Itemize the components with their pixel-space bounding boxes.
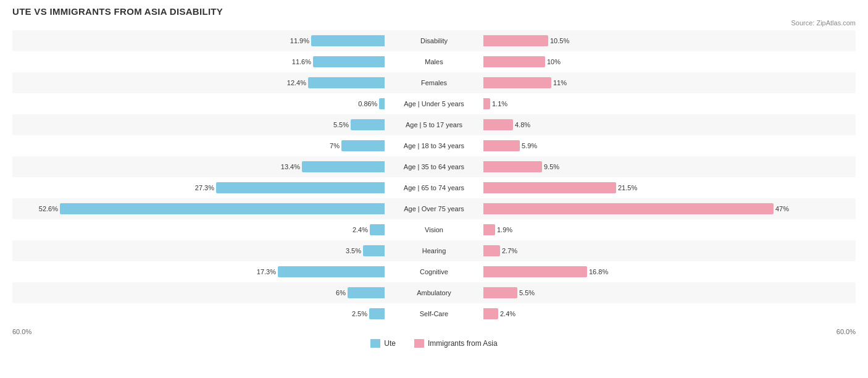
chart-row: 52.6%47%Age | Over 75 years bbox=[12, 198, 856, 219]
bar-immigrants bbox=[483, 224, 495, 235]
val-left: 12.4% bbox=[287, 79, 306, 86]
val-left: 3.5% bbox=[346, 247, 361, 254]
bar-immigrants bbox=[483, 140, 520, 151]
row-label: Hearing bbox=[385, 247, 483, 254]
val-right: 5.9% bbox=[522, 142, 537, 149]
x-axis-right: 60.0% bbox=[837, 328, 856, 335]
val-right: 4.8% bbox=[515, 121, 530, 128]
row-label: Age | Under 5 years bbox=[385, 100, 483, 107]
bar-immigrants bbox=[483, 287, 517, 298]
row-label: Age | 5 to 17 years bbox=[385, 121, 483, 128]
chart-row: 2.5%2.4%Self-Care bbox=[12, 303, 856, 324]
row-label: Males bbox=[385, 58, 483, 65]
row-label: Vision bbox=[385, 226, 483, 233]
bar-ute bbox=[379, 98, 385, 109]
bar-immigrants bbox=[483, 119, 513, 130]
val-right: 2.4% bbox=[500, 310, 515, 317]
x-axis: 60.0% 60.0% bbox=[12, 327, 856, 337]
val-right: 10.5% bbox=[550, 37, 569, 44]
bar-ute bbox=[302, 161, 385, 172]
chart-title: UTE VS IMMIGRANTS FROM ASIA DISABILITY bbox=[12, 6, 856, 17]
val-left: 27.3% bbox=[195, 184, 214, 191]
val-left: 13.4% bbox=[281, 163, 300, 170]
row-label: Age | Over 75 years bbox=[385, 205, 483, 212]
chart-row: 11.6%10%Males bbox=[12, 51, 856, 72]
val-right: 2.7% bbox=[502, 247, 517, 254]
immigrants-color-box bbox=[414, 339, 424, 348]
chart-container: UTE VS IMMIGRANTS FROM ASIA DISABILITY S… bbox=[12, 6, 856, 348]
chart-row: 5.5%4.8%Age | 5 to 17 years bbox=[12, 114, 856, 135]
chart-row: 6%5.5%Ambulatory bbox=[12, 282, 856, 303]
chart-row: 7%5.9%Age | 18 to 34 years bbox=[12, 135, 856, 156]
val-right: 16.8% bbox=[589, 268, 608, 275]
bar-immigrants bbox=[483, 182, 616, 193]
row-label: Ambulatory bbox=[385, 289, 483, 296]
chart-row: 13.4%9.5%Age | 35 to 64 years bbox=[12, 156, 856, 177]
val-left: 11.9% bbox=[290, 37, 309, 44]
bar-immigrants bbox=[483, 308, 498, 319]
row-label: Self-Care bbox=[385, 310, 483, 317]
val-left: 11.6% bbox=[292, 58, 311, 65]
val-left: 6% bbox=[336, 289, 346, 296]
bar-ute bbox=[308, 77, 385, 88]
bar-ute bbox=[311, 35, 385, 46]
bar-immigrants bbox=[483, 161, 542, 172]
chart-wrapper: 11.9%10.5%Disability11.6%10%Males12.4%11… bbox=[12, 30, 856, 337]
bar-immigrants bbox=[483, 56, 545, 67]
bar-ute bbox=[370, 224, 385, 235]
bar-ute bbox=[351, 119, 385, 130]
val-right: 9.5% bbox=[544, 163, 559, 170]
legend-ute-label: Ute bbox=[384, 339, 396, 348]
chart-row: 3.5%2.7%Hearing bbox=[12, 240, 856, 261]
x-axis-left: 60.0% bbox=[12, 328, 31, 335]
val-left: 52.6% bbox=[39, 205, 58, 212]
chart-row: 27.3%21.5%Age | 65 to 74 years bbox=[12, 177, 856, 198]
bar-ute bbox=[348, 287, 385, 298]
bar-ute bbox=[341, 140, 385, 151]
bar-immigrants bbox=[483, 98, 490, 109]
val-right: 21.5% bbox=[618, 184, 637, 191]
val-left: 5.5% bbox=[333, 121, 349, 128]
ute-color-box bbox=[370, 339, 380, 348]
bar-ute bbox=[278, 266, 385, 277]
chart-row: 0.86%1.1%Age | Under 5 years bbox=[12, 93, 856, 114]
bar-ute bbox=[369, 308, 385, 319]
row-label: Age | 18 to 34 years bbox=[385, 142, 483, 149]
val-left: 2.4% bbox=[353, 226, 368, 233]
val-right: 1.1% bbox=[492, 100, 507, 107]
rows-container: 11.9%10.5%Disability11.6%10%Males12.4%11… bbox=[12, 30, 856, 324]
bar-immigrants bbox=[483, 203, 774, 214]
val-left: 7% bbox=[330, 142, 340, 149]
legend-ute: Ute bbox=[370, 339, 396, 348]
row-label: Age | 35 to 64 years bbox=[385, 163, 483, 170]
row-label: Disability bbox=[385, 37, 483, 44]
row-label: Cognitive bbox=[385, 268, 483, 275]
val-left: 17.3% bbox=[257, 268, 276, 275]
legend-immigrants: Immigrants from Asia bbox=[414, 339, 498, 348]
chart-row: 12.4%11%Females bbox=[12, 72, 856, 93]
bar-ute bbox=[216, 182, 385, 193]
chart-row: 17.3%16.8%Cognitive bbox=[12, 261, 856, 282]
val-right: 10% bbox=[547, 58, 561, 65]
val-left: 0.86% bbox=[358, 100, 377, 107]
bar-ute bbox=[363, 245, 385, 256]
bar-immigrants bbox=[483, 266, 587, 277]
chart-row: 11.9%10.5%Disability bbox=[12, 30, 856, 51]
bar-immigrants bbox=[483, 77, 551, 88]
val-left: 2.5% bbox=[352, 310, 367, 317]
chart-row: 2.4%1.9%Vision bbox=[12, 219, 856, 240]
bar-ute bbox=[313, 56, 385, 67]
val-right: 5.5% bbox=[519, 289, 535, 296]
source-label: Source: ZipAtlas.com bbox=[12, 19, 856, 27]
bar-immigrants bbox=[483, 35, 548, 46]
val-right: 11% bbox=[553, 79, 567, 86]
legend-immigrants-label: Immigrants from Asia bbox=[428, 339, 498, 348]
val-right: 1.9% bbox=[497, 226, 512, 233]
bar-ute bbox=[60, 203, 385, 214]
bar-immigrants bbox=[483, 245, 500, 256]
legend: Ute Immigrants from Asia bbox=[12, 339, 856, 348]
row-label: Age | 65 to 74 years bbox=[385, 184, 483, 191]
val-right: 47% bbox=[775, 205, 789, 212]
row-label: Females bbox=[385, 79, 483, 86]
